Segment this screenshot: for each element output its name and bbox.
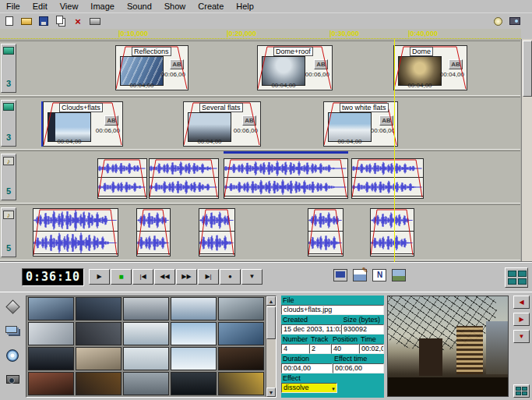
fast-forward-button[interactable]: ▶▶ xyxy=(176,269,197,285)
track-header-audio[interactable]: ♪5 xyxy=(1,207,16,257)
clip-name: Clouds+flats xyxy=(59,103,103,112)
media-thumbnail[interactable] xyxy=(28,372,74,395)
screen-layout-button[interactable] xyxy=(505,267,528,288)
projector-button[interactable] xyxy=(507,14,523,28)
delete-button[interactable] xyxy=(70,14,86,28)
ab-transition-badge[interactable]: AB xyxy=(242,115,256,126)
effect-select[interactable]: dissolve xyxy=(281,383,337,393)
media-stack-button[interactable] xyxy=(2,320,23,342)
audio-clip[interactable] xyxy=(149,158,219,199)
ab-transition-badge[interactable]: AB xyxy=(104,115,118,126)
play-button[interactable]: ▶ xyxy=(89,269,110,285)
waveform xyxy=(352,178,423,196)
media-thumbnail[interactable] xyxy=(218,372,264,395)
camera-button[interactable] xyxy=(2,369,23,390)
playhead[interactable] xyxy=(394,39,395,262)
stop-button[interactable]: ■ xyxy=(111,269,132,285)
step-forward-button[interactable]: ▶| xyxy=(198,269,219,285)
browser-scrollbar-thumb[interactable] xyxy=(266,306,276,339)
scroll-down-button[interactable]: ▼ xyxy=(266,388,276,397)
copy-button[interactable] xyxy=(53,14,69,28)
track-header-video[interactable]: 3 xyxy=(1,100,16,147)
menu-item-create[interactable]: Create xyxy=(192,1,230,12)
media-thumbnail[interactable] xyxy=(171,297,217,320)
rewind-button[interactable]: ◀◀ xyxy=(154,269,175,285)
waveform xyxy=(224,178,347,196)
send-left-button[interactable]: ◀ xyxy=(513,296,530,309)
open-folder-button[interactable] xyxy=(19,14,34,28)
timeline-scrollbar-thumb[interactable] xyxy=(523,41,532,97)
menu-item-show[interactable]: Show xyxy=(158,1,192,12)
menu-item-view[interactable]: View xyxy=(54,1,85,12)
send-right-button[interactable]: ▶ xyxy=(513,313,530,326)
media-thumbnail[interactable] xyxy=(76,297,122,320)
scroll-up-button[interactable]: ▲ xyxy=(266,296,276,306)
ab-transition-badge[interactable]: AB xyxy=(379,115,393,126)
video-clip[interactable]: Several flatsAB00:06,0000:04,00 xyxy=(183,101,261,147)
media-thumbnail[interactable] xyxy=(218,322,264,345)
timeline-scrollbar[interactable] xyxy=(521,39,532,262)
ab-transition-badge[interactable]: AB xyxy=(170,59,184,69)
layout-grid-button[interactable] xyxy=(513,384,530,398)
media-thumbnail[interactable] xyxy=(123,297,169,320)
media-thumbnail[interactable] xyxy=(218,347,264,370)
track-header-video[interactable]: 3 xyxy=(1,44,16,93)
text-note-icon[interactable] xyxy=(372,269,386,281)
media-thumbnail[interactable] xyxy=(76,347,122,370)
browser-scrollbar[interactable]: ▲ ▼ xyxy=(266,296,276,397)
audio-clip[interactable] xyxy=(370,208,414,257)
audio-clip[interactable] xyxy=(351,158,424,199)
save-button[interactable] xyxy=(36,14,51,28)
media-thumbnail[interactable] xyxy=(28,297,74,320)
media-thumbnail[interactable] xyxy=(171,347,217,370)
video-clip[interactable]: two white flatsAB00:06,0000:04,00 xyxy=(323,101,398,147)
media-thumbnail[interactable] xyxy=(76,372,122,395)
media-thumbnail[interactable] xyxy=(123,372,169,395)
record-button[interactable]: ● xyxy=(220,269,241,285)
video-clip[interactable]: ReflectionsAB00:06,0000:04,00 xyxy=(115,45,188,90)
time-ruler[interactable]: |0:10,000|0:20,000|0:30,000|0:40,000 xyxy=(0,29,521,39)
video-clip[interactable]: Clouds+flatsAB00:06,0000:04,00 xyxy=(43,101,123,147)
audio-clip[interactable] xyxy=(199,208,235,257)
track-header-audio[interactable]: ♪5 xyxy=(1,154,16,200)
edit-image-icon[interactable] xyxy=(353,269,367,281)
audio-clip[interactable] xyxy=(33,208,118,257)
video-clip[interactable]: DomeAB00:04,0000:04,00 xyxy=(393,45,467,90)
audio-clip[interactable] xyxy=(308,208,344,257)
video-track-icon xyxy=(3,47,14,55)
media-thumbnail[interactable] xyxy=(76,322,122,345)
media-thumbnail[interactable] xyxy=(28,322,74,345)
ab-transition-badge[interactable]: AB xyxy=(314,59,328,69)
menu-item-help[interactable]: Help xyxy=(230,1,260,12)
options-button[interactable]: ▼ xyxy=(241,269,262,285)
send-down-button[interactable]: ▼ xyxy=(513,330,530,343)
audio-clip[interactable] xyxy=(97,158,147,199)
media-thumbnail[interactable] xyxy=(28,347,74,370)
menu-item-edit[interactable]: Edit xyxy=(26,1,54,12)
light-button[interactable] xyxy=(490,14,506,28)
audio-clip[interactable] xyxy=(224,158,348,199)
media-thumbnail[interactable] xyxy=(171,372,217,395)
audio-clip[interactable] xyxy=(136,208,171,257)
media-thumbnail[interactable] xyxy=(123,347,169,370)
menu-item-image[interactable]: Image xyxy=(84,1,121,12)
monitor-icon[interactable] xyxy=(333,269,347,281)
selection-bar[interactable] xyxy=(224,151,348,154)
image-icon[interactable] xyxy=(392,269,406,281)
objects-button[interactable] xyxy=(2,296,23,317)
print-button[interactable] xyxy=(87,14,103,28)
menu-item-file[interactable]: File xyxy=(0,1,26,12)
new-document-button[interactable] xyxy=(2,14,17,28)
media-thumbnail[interactable] xyxy=(123,322,169,345)
waveform-band xyxy=(98,178,146,196)
media-thumbnail[interactable] xyxy=(171,322,217,345)
step-back-button[interactable]: |◀ xyxy=(132,269,153,285)
menu-item-sound[interactable]: Sound xyxy=(121,1,158,12)
foreground xyxy=(388,377,508,396)
ab-transition-badge[interactable]: AB xyxy=(449,59,463,69)
video-clip[interactable]: Dome+roofAB00:06,0000:04,00 xyxy=(257,45,333,90)
cd-button[interactable] xyxy=(2,345,23,366)
effect-label: Effect xyxy=(281,373,384,383)
media-thumbnail[interactable] xyxy=(218,297,264,320)
light-icon xyxy=(494,17,502,26)
